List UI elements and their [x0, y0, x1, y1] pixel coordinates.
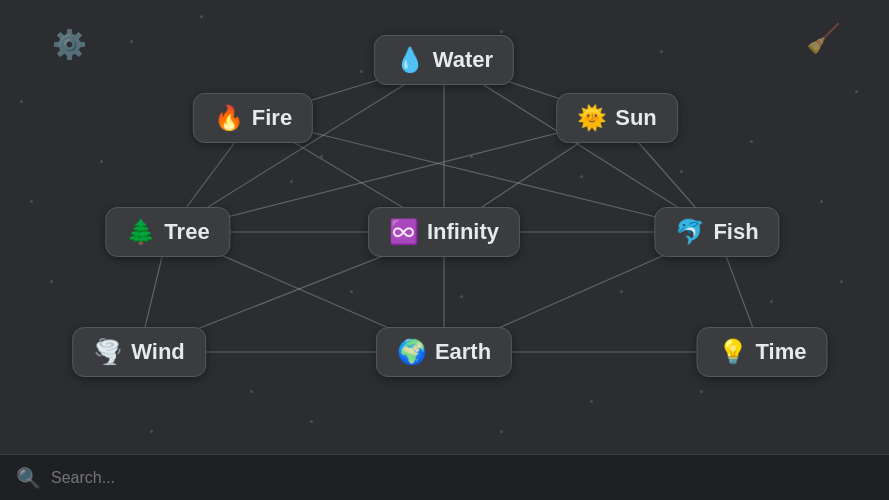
settings-icon[interactable]: ⚙️ — [52, 28, 87, 61]
earth-icon: 🌍 — [397, 338, 427, 366]
search-icon: 🔍 — [16, 466, 41, 490]
search-input[interactable] — [51, 469, 873, 487]
fire-icon: 🔥 — [214, 104, 244, 132]
wind-label: Wind — [131, 339, 185, 365]
infinity-icon: ♾️ — [389, 218, 419, 246]
sun-label: Sun — [615, 105, 657, 131]
node-infinity[interactable]: ♾️Infinity — [368, 207, 520, 257]
node-time[interactable]: 💡Time — [697, 327, 828, 377]
node-earth[interactable]: 🌍Earth — [376, 327, 512, 377]
time-icon: 💡 — [718, 338, 748, 366]
node-water[interactable]: 💧Water — [374, 35, 514, 85]
fish-label: Fish — [713, 219, 758, 245]
water-label: Water — [433, 47, 493, 73]
fish-icon: 🐬 — [675, 218, 705, 246]
node-fire[interactable]: 🔥Fire — [193, 93, 313, 143]
tree-icon: 🌲 — [126, 218, 156, 246]
bottom-bar: 🔍 — [0, 454, 889, 500]
node-tree[interactable]: 🌲Tree — [105, 207, 230, 257]
tree-label: Tree — [164, 219, 209, 245]
wind-icon: 🌪️ — [93, 338, 123, 366]
node-fish[interactable]: 🐬Fish — [654, 207, 779, 257]
earth-label: Earth — [435, 339, 491, 365]
sun-icon: 🌞 — [577, 104, 607, 132]
node-wind[interactable]: 🌪️Wind — [72, 327, 206, 377]
fire-label: Fire — [252, 105, 292, 131]
clear-icon[interactable]: 🧹 — [806, 22, 841, 55]
water-icon: 💧 — [395, 46, 425, 74]
time-label: Time — [756, 339, 807, 365]
infinity-label: Infinity — [427, 219, 499, 245]
node-sun[interactable]: 🌞Sun — [556, 93, 678, 143]
